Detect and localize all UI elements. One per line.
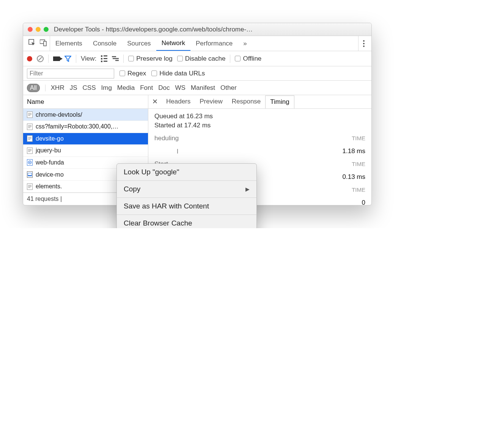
type-img[interactable]: Img [101, 84, 112, 92]
type-font[interactable]: Font [140, 84, 153, 92]
request-name: device-mo [36, 171, 64, 178]
tab-sources[interactable]: Sources [122, 36, 156, 51]
svg-rect-6 [28, 125, 31, 126]
disable-cache-label: Disable cache [185, 55, 226, 63]
type-css[interactable]: CSS [83, 84, 96, 92]
record-button[interactable] [27, 56, 32, 61]
type-manifest[interactable]: Manifest [191, 84, 215, 92]
request-row[interactable]: chrome-devtools/ [23, 109, 148, 121]
more-options-icon[interactable] [362, 40, 365, 47]
tab-response[interactable]: Response [227, 95, 266, 108]
request-name: chrome-devtools/ [36, 111, 82, 118]
screenshots-icon[interactable] [53, 56, 60, 61]
request-row[interactable]: css?family=Roboto:300,400,… [23, 121, 148, 133]
svg-rect-14 [28, 151, 30, 152]
tab-headers[interactable]: Headers [162, 95, 195, 108]
tab-console[interactable]: Console [88, 36, 122, 51]
timing-row-value: 1.18 ms [343, 147, 365, 155]
menu-clear-cache[interactable]: Clear Browser Cache [117, 217, 256, 228]
tab-timing[interactable]: Timing [265, 96, 294, 109]
type-doc[interactable]: Doc [158, 84, 170, 92]
svg-rect-11 [28, 139, 30, 140]
tabs-overflow[interactable]: » [238, 36, 252, 51]
tab-performance[interactable]: Performance [190, 36, 238, 51]
large-rows-icon[interactable] [101, 55, 107, 62]
separator [123, 55, 124, 63]
zoom-window-button[interactable] [44, 27, 49, 32]
close-window-button[interactable] [28, 27, 33, 32]
close-detail-icon[interactable]: ✕ [148, 97, 162, 106]
type-media[interactable]: Media [117, 84, 135, 92]
timing-row-value: 0.13 ms [343, 173, 365, 181]
timing-bar [177, 149, 178, 154]
svg-rect-18 [28, 173, 31, 175]
tabbar-left-tools [25, 36, 50, 51]
preserve-log-checkbox[interactable]: Preserve log [128, 55, 172, 63]
request-name: elements. [36, 183, 62, 190]
svg-rect-4 [28, 114, 31, 115]
file-icon [27, 183, 33, 190]
svg-rect-8 [28, 127, 30, 128]
gear-icon [27, 159, 33, 166]
started-text: Started at 17.42 ms [154, 122, 365, 129]
timing-row-head: TIME [352, 135, 365, 141]
menu-separator [117, 197, 256, 198]
detail-tabs: ✕ Headers Preview Response Timing [148, 95, 371, 109]
menu-save-har[interactable]: Save as HAR with Content [117, 200, 256, 213]
separator [45, 85, 46, 91]
timing-row-label: heduling [154, 135, 179, 142]
type-js[interactable]: JS [70, 84, 77, 92]
disable-cache-checkbox[interactable]: Disable cache [177, 55, 226, 63]
filter-input[interactable] [27, 69, 114, 78]
offline-label: Offline [243, 55, 261, 63]
network-toolbar: View: Preserve log Disable cache Offline [23, 51, 371, 66]
request-name: jquery-bu [36, 147, 61, 154]
timing-row-head: TIME [352, 161, 365, 167]
minimize-window-button[interactable] [36, 27, 41, 32]
separator [48, 55, 49, 63]
svg-rect-21 [28, 187, 30, 188]
menu-copy-submenu[interactable]: Copy▶ [117, 183, 256, 196]
hide-data-urls-checkbox[interactable]: Hide data URLs [151, 70, 205, 77]
submenu-arrow-icon: ▶ [245, 186, 250, 192]
svg-rect-5 [28, 115, 30, 116]
type-xhr[interactable]: XHR [51, 84, 64, 92]
menu-label: Look Up "google" [124, 168, 179, 176]
type-all[interactable]: All [27, 84, 40, 92]
image-icon [27, 171, 33, 178]
file-icon [27, 111, 33, 118]
type-other[interactable]: Other [220, 84, 237, 92]
overview-icon[interactable] [112, 56, 119, 61]
queued-text: Queued at 16.23 ms [154, 113, 365, 120]
request-name: css?family=Roboto:300,400,… [36, 123, 118, 130]
device-toolbar-icon[interactable] [40, 39, 47, 48]
svg-rect-13 [28, 150, 31, 151]
tab-preview[interactable]: Preview [195, 95, 227, 108]
main-tabbar: Elements Console Sources Network Perform… [23, 36, 371, 51]
menu-look-up[interactable]: Look Up "google" [117, 166, 256, 179]
file-icon [27, 124, 33, 130]
panel-tabs: Elements Console Sources Network Perform… [50, 36, 358, 51]
filter-icon[interactable] [64, 55, 71, 62]
tab-elements[interactable]: Elements [50, 36, 88, 51]
type-ws[interactable]: WS [175, 84, 185, 92]
offline-checkbox[interactable]: Offline [235, 55, 261, 63]
svg-rect-12 [28, 149, 31, 150]
request-row[interactable]: jquery-bu [23, 145, 148, 157]
menu-separator [117, 180, 256, 181]
timing-row-head: TIME [352, 186, 365, 193]
file-icon [27, 147, 33, 154]
window-title: Developer Tools - https://developers.goo… [54, 26, 253, 33]
request-row-selected[interactable]: devsite-go [23, 133, 148, 145]
timing-row-value: 0 [362, 199, 365, 205]
type-filter-bar: All XHR JS CSS Img Media Font Doc WS Man… [23, 81, 371, 95]
tab-network[interactable]: Network [156, 36, 190, 51]
tabbar-right-tools [358, 36, 369, 51]
column-header-name[interactable]: Name [23, 95, 148, 109]
menu-label: Copy [124, 185, 140, 193]
clear-button[interactable] [37, 55, 44, 62]
titlebar: Developer Tools - https://developers.goo… [23, 23, 371, 36]
regex-checkbox[interactable]: Regex [120, 70, 146, 77]
inspect-element-icon[interactable] [28, 39, 36, 48]
svg-rect-7 [28, 126, 31, 127]
